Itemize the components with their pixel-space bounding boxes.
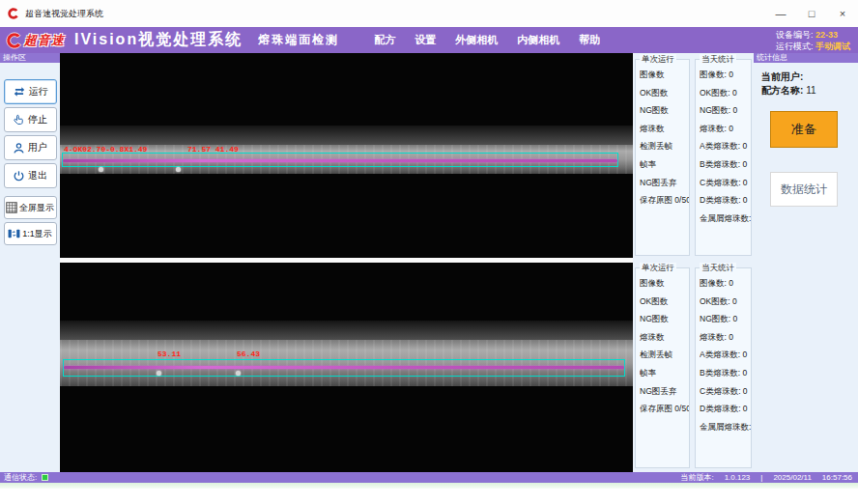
run-loop-icon (13, 85, 26, 98)
app-title: IVision视觉处理系统 (74, 30, 243, 50)
fullscreen-button[interactable]: 全屏显示 (4, 196, 57, 219)
one-to-one-button-label: 1:1显示 (22, 228, 52, 240)
run-button[interactable]: 运行 (4, 79, 57, 104)
version-info: 当前版本: 1.0.123 | 2025/02/11 16:57:56 (680, 472, 852, 483)
stat-label: NG图丢弃 (640, 386, 689, 405)
app-logo-icon (7, 7, 20, 20)
stat-value: 图像数: 0 (700, 70, 751, 88)
measurement-annotation: 56.43 (237, 350, 260, 358)
stat-label: 帧率 (640, 368, 689, 386)
stat-label: OK图数 (640, 88, 689, 106)
prepare-button[interactable]: 准备 (770, 111, 838, 148)
close-button[interactable]: × (827, 0, 858, 27)
one-to-one-button[interactable]: 1:1显示 (4, 222, 57, 245)
stat-label: 熔珠数 (640, 124, 689, 142)
data-statistics-button[interactable]: 数据统计 (770, 172, 838, 207)
today-stats-group-top: 当天统计 图像数: 0 OK图数: 0 NG图数: 0 熔珠数: 0 A类熔珠数… (695, 59, 752, 256)
window-title: 超音速视觉处理系统 (25, 8, 103, 20)
stat-value: A类熔珠数: 0 (700, 350, 751, 368)
stat-label: 熔珠数 (640, 332, 689, 350)
stop-hand-icon (13, 114, 25, 126)
stat-label: NG图数 (640, 105, 689, 124)
weld-bead (63, 159, 617, 162)
status-date: 2025/02/11 (773, 473, 811, 482)
stat-value: NG图数: 0 (700, 314, 751, 332)
measurement-annotation: 71.57 41.49 (187, 145, 239, 154)
statistics-columns: 单次运行 图像数 OK图数 NG图数 熔珠数 检测丢帧 帧率 NG图丢弃 保存原… (633, 53, 754, 472)
menu-inner-camera[interactable]: 内侧相机 (517, 33, 559, 47)
window-controls: — □ × (765, 0, 858, 27)
menu-help[interactable]: 帮助 (579, 33, 600, 47)
exit-button-label: 退出 (28, 169, 47, 182)
measurement-annotation: 53.11 (157, 350, 181, 358)
outer-camera-view[interactable]: 4-OK02.70-0.8X1.49 71.57 41.49 (60, 53, 633, 258)
menu-outer-camera[interactable]: 外侧相机 (455, 33, 498, 47)
stat-value: 金属屑熔珠数: 0 (700, 213, 751, 232)
status-bar: 通信状态: 当前版本: 1.0.123 | 2025/02/11 16:57:5… (0, 472, 858, 483)
current-user-label: 当前用户: (761, 71, 803, 82)
minimize-button[interactable]: — (765, 0, 796, 27)
brand-swirl-icon (5, 31, 24, 50)
stat-label: NG图数 (640, 314, 689, 332)
app-header: 超音速 IVision视觉处理系统 熔珠端面检测 配方 设置 外侧相机 内侧相机… (0, 27, 858, 53)
group-title: 单次运行 (640, 263, 676, 274)
measurement-annotation: 4-OK02.70-0.8X1.49 (64, 145, 147, 154)
stat-value: 图像数: 0 (700, 278, 751, 296)
stat-label: OK图数 (640, 296, 689, 315)
stat-label: 图像数 (640, 70, 689, 88)
inner-camera-view[interactable]: 53.11 56.43 (60, 263, 633, 472)
stat-value: 熔珠数: 0 (700, 332, 751, 350)
weld-bead (64, 366, 624, 369)
stat-label: 检测丢帧 (640, 141, 689, 159)
single-run-group-bottom: 单次运行 图像数 OK图数 NG图数 熔珠数 检测丢帧 帧率 NG图丢弃 保存原… (635, 267, 690, 468)
power-icon (13, 170, 25, 182)
stat-value: A类熔珠数: 0 (700, 141, 751, 159)
fullscreen-button-label: 全屏显示 (19, 202, 54, 214)
operation-sidebar: 操作区 运行 停止 用户 (0, 53, 60, 472)
run-button-label: 运行 (29, 85, 48, 98)
device-number-label: 设备编号: (776, 30, 814, 40)
brand-logo: 超音速 (5, 31, 65, 50)
stat-value: B类熔珠数: 0 (700, 159, 751, 178)
exit-button[interactable]: 退出 (4, 163, 57, 188)
group-title: 单次运行 (640, 54, 676, 66)
one-to-one-icon (8, 228, 20, 239)
fastener-dot (236, 371, 241, 376)
stat-value: OK图数: 0 (700, 88, 751, 106)
group-title: 当天统计 (700, 263, 736, 274)
app-subtitle: 熔珠端面检测 (258, 32, 339, 48)
user-button[interactable]: 用户 (4, 135, 57, 160)
comm-status-indicator (42, 474, 48, 481)
window-titlebar: 超音速视觉处理系统 — □ × (0, 0, 858, 27)
group-title: 当天统计 (700, 54, 736, 66)
comm-status-label: 通信状态: (4, 472, 37, 483)
maximize-button[interactable]: □ (796, 0, 827, 27)
menu-settings[interactable]: 设置 (415, 33, 436, 47)
stat-value: B类熔珠数: 0 (700, 368, 751, 386)
separator: | (760, 473, 762, 482)
fullscreen-grid-icon (6, 202, 17, 213)
fastener-dot (99, 167, 103, 172)
stop-button[interactable]: 停止 (4, 107, 57, 132)
stat-label: 帧率 (640, 159, 689, 178)
stat-value: D类熔珠数: 0 (700, 195, 751, 213)
user-icon (13, 142, 25, 154)
stat-value: 熔珠数: 0 (700, 124, 751, 142)
stat-label: 保存原图 0/500 (640, 195, 689, 213)
run-mode-label: 运行模式: (776, 42, 814, 51)
camera-view-area: 4-OK02.70-0.8X1.49 71.57 41.49 53.11 56.… (60, 53, 633, 472)
stat-label: 图像数 (640, 278, 689, 296)
menu-recipe[interactable]: 配方 (374, 33, 395, 47)
stat-label: 保存原图 0/500 (640, 404, 689, 422)
status-time: 16:57:56 (822, 473, 852, 482)
stop-button-label: 停止 (28, 113, 47, 126)
stat-label: 检测丢帧 (640, 350, 689, 368)
camera-backdrop (60, 321, 633, 340)
single-run-group-top: 单次运行 图像数 OK图数 NG图数 熔珠数 检测丢帧 帧率 NG图丢弃 保存原… (635, 59, 690, 256)
version-label: 当前版本: (680, 472, 713, 483)
stat-value: C类熔珠数: 0 (700, 386, 751, 405)
stat-value: D类熔珠数: 0 (700, 404, 751, 422)
stat-value: NG图数: 0 (700, 105, 751, 124)
recipe-name-value: 11 (806, 85, 815, 96)
fastener-dot (157, 371, 161, 376)
